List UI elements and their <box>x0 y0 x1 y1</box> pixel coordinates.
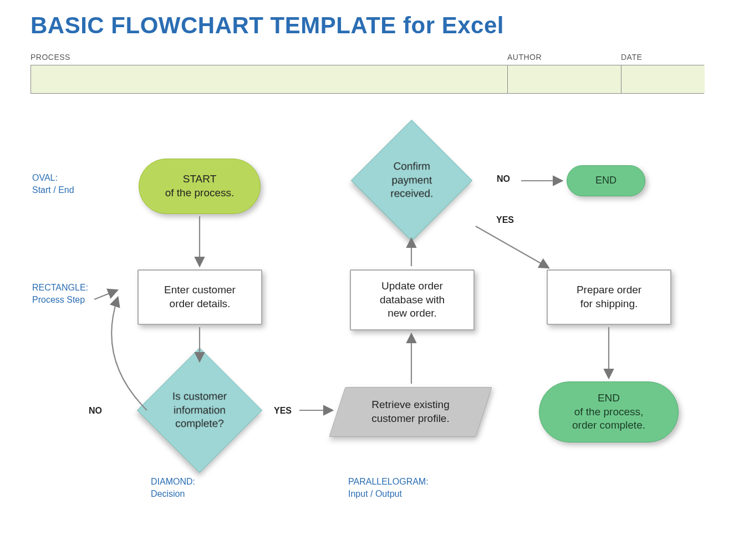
header-label-date: DATE <box>621 53 704 62</box>
node-prepare-ship: Prepare order for shipping. <box>547 269 671 325</box>
legend-diamond-sub: Decision <box>151 489 185 498</box>
edge-label-no-1: NO <box>89 406 102 416</box>
edge-label-yes-2: YES <box>496 215 514 225</box>
node-confirm-payment: Confirm payment received. <box>351 120 472 241</box>
edge-label-no-2: NO <box>497 174 510 184</box>
legend-rect-sub: Process Step <box>32 295 85 304</box>
legend-rect: RECTANGLE: Process Step <box>32 282 88 306</box>
node-start: START of the process. <box>139 159 261 214</box>
node-enter-order: Enter customer order details. <box>137 269 262 325</box>
legend-para-sub: Input / Output <box>348 489 402 498</box>
node-update-db: Update order database with new order. <box>350 269 475 330</box>
legend-diamond: DIAMOND: Decision <box>151 476 195 500</box>
node-update-db-text: Update order database with new order. <box>380 279 445 320</box>
page-title: BASIC FLOWCHART TEMPLATE for Excel <box>30 12 504 39</box>
legend-oval-title: OVAL: <box>32 172 74 184</box>
node-end-full-text: END of the process, order complete. <box>572 391 645 432</box>
header-row: PROCESS AUTHOR DATE <box>30 53 704 94</box>
node-end-small: END <box>567 165 645 196</box>
legend-para-title: PARALLELOGRAM: <box>348 476 429 488</box>
header-label-process: PROCESS <box>30 53 507 62</box>
node-end-full: END of the process, order complete. <box>539 381 679 442</box>
author-input[interactable] <box>508 65 621 93</box>
legend-para: PARALLELOGRAM: Input / Output <box>348 476 429 500</box>
node-retrieve-profile-text: Retrieve existing customer profile. <box>371 398 449 425</box>
legend-oval-sub: Start / End <box>32 185 74 195</box>
node-end-small-text: END <box>595 174 617 187</box>
header-label-author: AUTHOR <box>507 53 621 62</box>
node-info-complete: Is customer information complete? <box>137 348 262 473</box>
svg-line-8 <box>94 291 116 299</box>
legend-rect-title: RECTANGLE: <box>32 282 88 294</box>
node-confirm-payment-text: Confirm payment received. <box>390 160 433 199</box>
legend-diamond-title: DIAMOND: <box>151 476 195 488</box>
node-retrieve-profile: Retrieve existing customer profile. <box>337 387 484 437</box>
node-start-text: START of the process. <box>165 172 235 200</box>
edge-label-yes-1: YES <box>274 406 292 416</box>
date-input[interactable] <box>621 65 705 93</box>
node-enter-order-text: Enter customer order details. <box>164 283 236 310</box>
svg-line-6 <box>476 226 548 267</box>
node-info-complete-text: Is customer information complete? <box>172 390 227 429</box>
node-prepare-ship-text: Prepare order for shipping. <box>577 283 641 310</box>
legend-oval: OVAL: Start / End <box>32 172 74 196</box>
process-input[interactable] <box>31 65 508 93</box>
